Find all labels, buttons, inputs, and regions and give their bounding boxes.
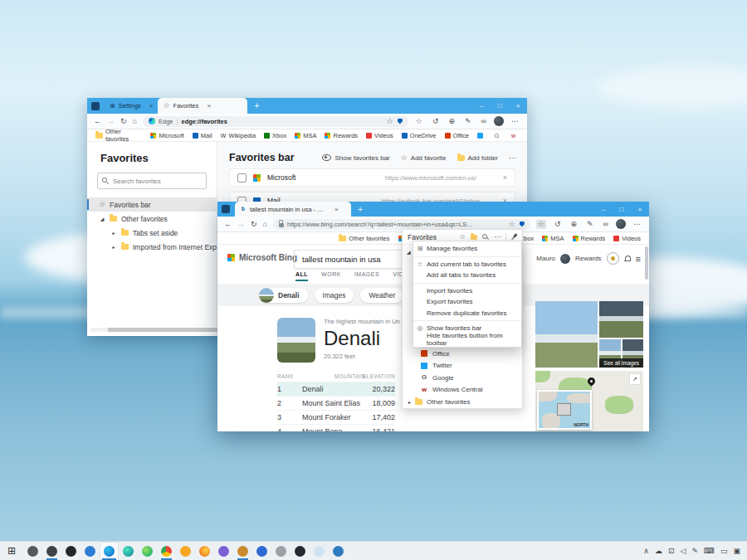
toolbar-button[interactable]: ✎ bbox=[585, 220, 595, 229]
user-avatar[interactable] bbox=[560, 254, 570, 264]
close-button[interactable]: × bbox=[631, 206, 649, 213]
denali-photo[interactable] bbox=[277, 318, 315, 363]
tray-icon[interactable]: ▣ bbox=[733, 548, 740, 555]
taskbar-app-button[interactable] bbox=[61, 542, 81, 560]
mountain-image[interactable] bbox=[535, 301, 598, 368]
tracking-shield-icon[interactable] bbox=[520, 222, 525, 227]
tracking-shield-icon[interactable] bbox=[398, 119, 403, 124]
favorite-item[interactable]: G Google bbox=[403, 372, 522, 384]
back-button[interactable]: ← bbox=[94, 118, 101, 125]
user-name[interactable]: Mauro bbox=[536, 255, 555, 262]
search-icon[interactable] bbox=[482, 234, 489, 241]
address-bar[interactable]: Edge | edge://favorites ☆ bbox=[143, 116, 408, 127]
remove-favorite-button[interactable]: × bbox=[503, 173, 507, 182]
toolbar-button[interactable]: ☆ bbox=[536, 220, 546, 229]
taskbar-app-button[interactable] bbox=[157, 542, 176, 560]
favorites-bar-item[interactable]: Xbox bbox=[264, 132, 286, 139]
menu-item[interactable]: Add all tabs to favorites bbox=[413, 270, 521, 281]
taskbar-app-button[interactable] bbox=[176, 542, 195, 560]
show-favorites-bar-button[interactable]: Show favorites bar bbox=[322, 154, 389, 162]
menu-item[interactable]: Export favorites bbox=[413, 296, 521, 308]
tab-close-icon[interactable]: × bbox=[149, 102, 154, 110]
menu-item[interactable]: Manage favorites bbox=[413, 243, 521, 255]
address-bar[interactable]: https://www.bing.com/search?q=tallest+mo… bbox=[273, 219, 530, 230]
minimize-button[interactable]: – bbox=[594, 206, 613, 213]
tree-item-other-favorites[interactable]: ◢ Other favorites bbox=[87, 212, 217, 226]
taskbar-app-button[interactable] bbox=[252, 542, 271, 560]
add-favorite-button[interactable]: ☆ Add favorite bbox=[401, 154, 447, 162]
search-favorites-input[interactable]: Search favorites bbox=[97, 173, 207, 189]
toolbar-button[interactable]: ⊕ bbox=[447, 117, 456, 126]
toolbar-button[interactable]: ∞ bbox=[602, 220, 610, 229]
taskbar-app-button[interactable] bbox=[214, 542, 233, 560]
taskbar-app-button[interactable] bbox=[329, 542, 348, 560]
menu-item[interactable]: Hide favorites button from toolbar bbox=[413, 334, 521, 346]
other-favorites-button[interactable]: Other favorites bbox=[339, 235, 389, 242]
rewards-icon[interactable] bbox=[607, 252, 619, 265]
add-favorite-icon[interactable]: ☆ bbox=[509, 221, 515, 228]
favorites-bar-item[interactable]: MSA bbox=[542, 235, 564, 242]
tray-icon[interactable]: ☁ bbox=[655, 548, 662, 555]
tray-icon[interactable]: ◁ bbox=[681, 548, 686, 555]
map-expand-button[interactable]: ↗ bbox=[629, 373, 641, 385]
favorites-bar-item[interactable] bbox=[477, 133, 486, 139]
titlebar[interactable]: b tallest mountain in usa - Bing × + – □… bbox=[217, 202, 649, 217]
notifications-bell-icon[interactable] bbox=[624, 256, 631, 262]
caret-collapsed-icon[interactable]: ▸ bbox=[110, 230, 117, 236]
tab-favorites[interactable]: ☆ Favorites × bbox=[158, 98, 247, 114]
taskbar-app-button[interactable] bbox=[42, 542, 61, 560]
maximize-button[interactable]: □ bbox=[491, 102, 509, 110]
tray-icon[interactable]: ⊡ bbox=[668, 548, 675, 555]
other-favorites-button[interactable]: Other favorites bbox=[95, 128, 142, 143]
home-button[interactable]: ⌂ bbox=[133, 118, 137, 125]
bing-nav-tab[interactable]: ALL bbox=[295, 271, 308, 281]
favorites-bar-item[interactable]: Videos bbox=[366, 132, 393, 139]
taskbar-app-button[interactable] bbox=[195, 542, 214, 560]
new-tab-button[interactable]: + bbox=[254, 101, 259, 110]
favorites-bar-item[interactable]: Microsoft bbox=[150, 132, 183, 139]
toolbar-button[interactable]: ⊕ bbox=[569, 220, 579, 229]
toolbar-button[interactable]: ✎ bbox=[463, 117, 473, 126]
tree-item-tabs-set-aside[interactable]: ▸ Tabs set aside bbox=[87, 226, 217, 240]
map-widget[interactable]: ↗ NORTH bbox=[535, 371, 643, 431]
favorite-item[interactable]: w Windows Central bbox=[403, 384, 522, 397]
menu-item[interactable]: Import favorites bbox=[413, 285, 521, 297]
profile-avatar[interactable] bbox=[494, 116, 504, 126]
favorites-bar-item[interactable]: Rewards bbox=[573, 235, 606, 242]
tray-icon[interactable]: ⌨ bbox=[704, 548, 715, 555]
tree-item-other-favorites[interactable]: ▸ Other favorites bbox=[403, 396, 522, 407]
more-actions-button[interactable]: ⋯ bbox=[509, 154, 515, 162]
images-collage[interactable]: See all images bbox=[535, 301, 643, 368]
tab-close-icon[interactable]: × bbox=[334, 206, 339, 213]
taskbar-app-button[interactable] bbox=[271, 542, 290, 560]
more-button[interactable]: ⋯ bbox=[510, 117, 520, 126]
row-checkbox[interactable] bbox=[237, 173, 247, 183]
taskbar-app-button[interactable] bbox=[23, 542, 42, 560]
add-folder-button[interactable]: Add folder bbox=[457, 154, 498, 162]
favorites-bar-item[interactable]: Rewards bbox=[325, 132, 358, 139]
tree-item-favorites-bar[interactable]: ☆ Favorites bar bbox=[87, 197, 217, 212]
favorites-bar-item[interactable]: G bbox=[494, 133, 502, 139]
bing-logo[interactable]: Microsoft Bing bbox=[227, 253, 297, 262]
start-button[interactable]: ⊞ bbox=[0, 546, 23, 556]
taskbar-app-button[interactable] bbox=[290, 542, 310, 560]
taskbar-app-button[interactable] bbox=[310, 542, 329, 560]
caret-collapsed-icon[interactable]: ▸ bbox=[110, 244, 117, 250]
favorites-bar-item[interactable]: Office bbox=[445, 132, 469, 139]
profile-avatar[interactable] bbox=[616, 219, 626, 229]
hamburger-menu-icon[interactable]: ≡ bbox=[636, 254, 641, 264]
taskbar-app-button[interactable] bbox=[119, 542, 138, 560]
add-favorite-icon[interactable]: ☆ bbox=[387, 118, 393, 125]
new-tab-button[interactable]: + bbox=[358, 205, 363, 214]
rewards-label[interactable]: Rewards bbox=[575, 255, 602, 262]
more-options-button[interactable]: ⋯ bbox=[494, 234, 500, 241]
favorites-bar-item[interactable]: MSA bbox=[295, 132, 316, 139]
see-all-images-button[interactable]: See all images bbox=[599, 358, 643, 368]
vertical-scrollbar[interactable] bbox=[645, 246, 648, 280]
caret-expanded-icon[interactable]: ◢ bbox=[407, 249, 411, 255]
back-button[interactable]: ← bbox=[224, 221, 232, 228]
add-folder-icon[interactable] bbox=[471, 235, 477, 240]
caret-expanded-icon[interactable]: ◢ bbox=[99, 216, 105, 222]
tree-item-imported-ie[interactable]: ▸ Imported from Internet Explo bbox=[87, 240, 217, 254]
taskbar-app-button[interactable] bbox=[233, 542, 252, 560]
